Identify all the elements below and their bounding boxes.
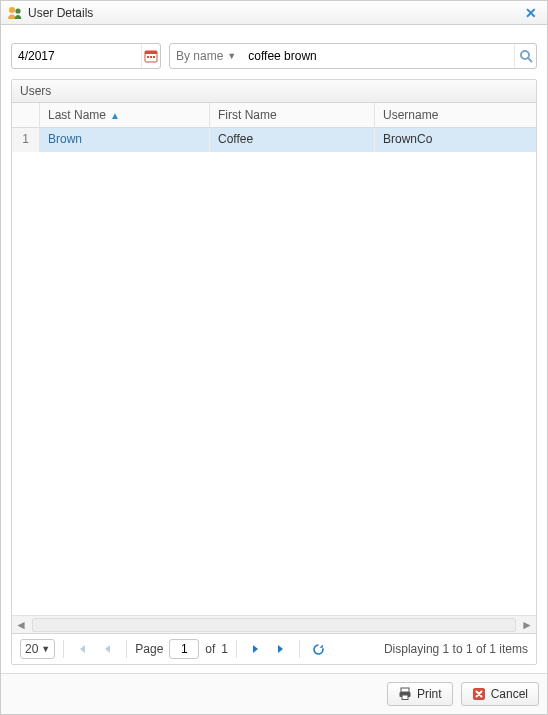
svg-rect-3 — [145, 51, 157, 54]
of-label: of — [205, 642, 215, 656]
svg-rect-4 — [147, 56, 149, 58]
col-username-label: Username — [383, 108, 438, 122]
date-input[interactable] — [12, 45, 141, 67]
cancel-label: Cancel — [491, 687, 528, 701]
page-input[interactable] — [169, 639, 199, 659]
date-picker[interactable] — [11, 43, 161, 69]
titlebar: User Details ✕ — [1, 1, 547, 25]
refresh-button[interactable] — [308, 639, 328, 659]
table-row[interactable]: 1 Brown Coffee BrownCo — [12, 128, 536, 152]
col-first-name[interactable]: First Name — [210, 103, 375, 127]
dialog-footer: Print Cancel — [1, 673, 547, 714]
next-page-button[interactable] — [245, 639, 265, 659]
cancel-icon — [472, 687, 486, 701]
total-pages: 1 — [221, 642, 228, 656]
svg-rect-5 — [150, 56, 152, 58]
col-last-name[interactable]: Last Name ▲ — [40, 103, 210, 127]
users-icon — [7, 5, 23, 21]
last-page-button[interactable] — [271, 639, 291, 659]
page-size-select[interactable]: 20 ▼ — [20, 639, 55, 659]
print-button[interactable]: Print — [387, 682, 453, 706]
svg-rect-11 — [402, 695, 408, 700]
user-details-dialog: User Details ✕ By name — [0, 0, 548, 715]
cell-last-name: Brown — [40, 128, 210, 152]
horizontal-scrollbar[interactable]: ◄ ► — [12, 615, 536, 633]
svg-rect-9 — [401, 688, 409, 692]
first-page-button[interactable] — [72, 639, 92, 659]
svg-point-0 — [9, 7, 15, 13]
grid-body[interactable]: 1 Brown Coffee BrownCo — [12, 128, 536, 615]
separator — [126, 640, 127, 658]
chevron-down-icon: ▼ — [227, 51, 236, 61]
cell-username: BrownCo — [375, 128, 536, 152]
scroll-left-icon[interactable]: ◄ — [12, 616, 30, 634]
col-rownum — [12, 103, 40, 127]
page-label: Page — [135, 642, 163, 656]
separator — [299, 640, 300, 658]
separator — [236, 640, 237, 658]
col-first-name-label: First Name — [218, 108, 277, 122]
users-grid: Users Last Name ▲ First Name Username 1 … — [11, 79, 537, 665]
chevron-down-icon: ▼ — [41, 644, 50, 654]
svg-rect-6 — [153, 56, 155, 58]
search-mode-dropdown[interactable]: By name ▼ — [176, 49, 242, 63]
prev-page-button[interactable] — [98, 639, 118, 659]
close-button[interactable]: ✕ — [521, 5, 541, 21]
pager: 20 ▼ Page of 1 — [12, 633, 536, 664]
row-number: 1 — [12, 128, 40, 152]
sort-asc-icon: ▲ — [110, 110, 120, 121]
filter-row: By name ▼ — [11, 43, 537, 69]
display-text: Displaying 1 to 1 of 1 items — [384, 642, 528, 656]
grid-header-row: Last Name ▲ First Name Username — [12, 103, 536, 128]
scroll-track[interactable] — [32, 618, 516, 632]
calendar-icon[interactable] — [141, 45, 160, 67]
print-icon — [398, 687, 412, 701]
search-input[interactable] — [242, 45, 514, 67]
cell-first-name: Coffee — [210, 128, 375, 152]
content-area: By name ▼ Users Last Name ▲ — [1, 25, 547, 673]
col-last-name-label: Last Name — [48, 108, 106, 122]
col-username[interactable]: Username — [375, 103, 536, 127]
cancel-button[interactable]: Cancel — [461, 682, 539, 706]
search-mode-label: By name — [176, 49, 223, 63]
svg-point-1 — [15, 8, 20, 13]
grid-title: Users — [12, 80, 536, 103]
scroll-right-icon[interactable]: ► — [518, 616, 536, 634]
separator — [63, 640, 64, 658]
print-label: Print — [417, 687, 442, 701]
search-box: By name ▼ — [169, 43, 537, 69]
search-icon[interactable] — [514, 45, 536, 67]
window-title: User Details — [28, 6, 521, 20]
page-size-value: 20 — [25, 642, 38, 656]
svg-line-8 — [528, 58, 532, 62]
